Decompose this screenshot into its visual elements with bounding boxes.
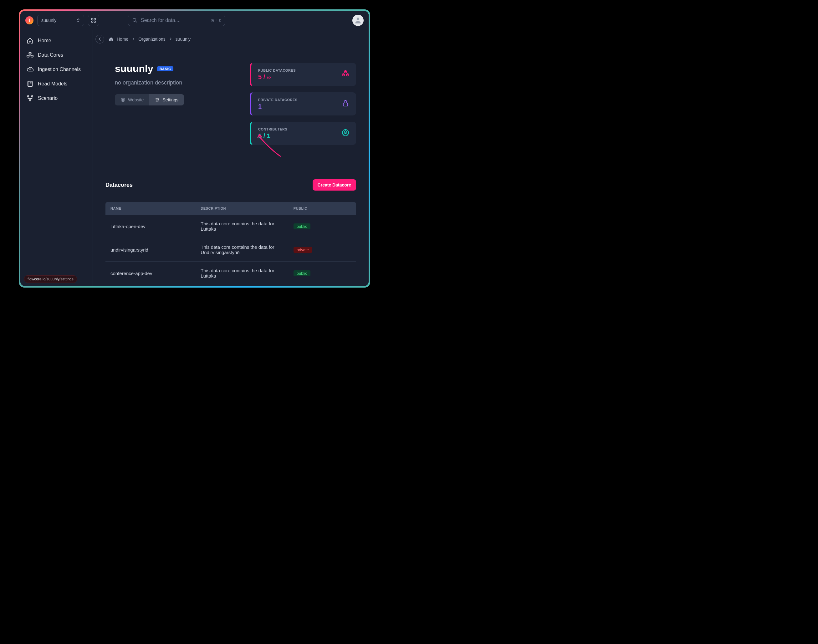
flow-icon [27,95,34,102]
settings-button[interactable]: Settings [149,94,184,106]
crumb-organizations[interactable]: Organizations [138,37,165,41]
svg-point-15 [156,98,157,99]
cubes-icon [27,52,34,58]
svg-rect-3 [94,21,96,23]
topbar: suuunly Search for data.... ⌘ + k [20,11,369,30]
home-icon [109,37,113,41]
sidebar-item-readmodels[interactable]: Read Models [25,77,88,90]
user-circle-icon [342,129,349,138]
org-button-group: Website Settings [115,94,237,106]
user-avatar-icon [354,16,362,25]
sliders-icon [155,97,160,102]
stat-value: 1 / 1 [258,132,287,140]
app-window: suuunly Search for data.... ⌘ + k [19,9,370,288]
body: Home Data Cores Ingestion Channels Read … [20,30,369,286]
search-placeholder: Search for data.... [141,17,181,23]
table-row[interactable]: conference-app-devThis data core contain… [106,262,356,285]
th-public: PUBLIC [288,202,356,215]
plan-badge: BASIC [157,66,174,71]
website-button[interactable]: Website [115,94,149,106]
stat-label: CONTRIBUTERS [258,127,287,131]
datacores-section: Datacores Create Datacore NAME DESCRIPTI… [106,179,356,285]
cloud-upload-icon [27,66,34,73]
th-name: NAME [106,202,196,215]
cell-description: This data core contains the data for Lut… [196,262,288,285]
cell-name: luttaka-open-dev [106,215,196,238]
visibility-badge: private [294,247,312,253]
table-row[interactable]: undirvisingarstyridThis data core contai… [106,238,356,262]
back-button[interactable] [95,35,104,43]
cell-visibility: public [288,262,356,285]
stat-public-datacores: PUBLIC DATACORES 5 / ∞ [250,63,356,86]
datacores-title: Datacores [106,182,133,189]
create-datacore-button[interactable]: Create Datacore [312,179,356,190]
svg-line-5 [135,21,137,22]
visibility-badge: public [294,270,311,276]
apps-grid-button[interactable] [88,15,99,26]
search-input[interactable]: Search for data.... ⌘ + k [128,15,225,26]
breadcrumbs: Home Organizations suuunly [106,30,356,49]
lock-icon [342,100,349,108]
cell-description: This data core contains the data for Lut… [196,215,288,238]
chevron-right-icon [169,37,172,41]
chevron-right-icon [132,37,135,41]
stat-label: PRIVATE DATACORES [258,98,297,102]
datacores-table: NAME DESCRIPTION PUBLIC luttaka-open-dev… [106,202,356,285]
sidebar-item-ingestion[interactable]: Ingestion Channels [25,63,88,76]
sidebar: Home Data Cores Ingestion Channels Read … [20,30,93,286]
sidebar-item-scenario[interactable]: Scenario [25,92,88,105]
svg-point-13 [29,100,31,101]
crumb-current: suuunly [176,37,191,41]
settings-button-label: Settings [162,97,178,102]
org-header: suuunly BASIC no organization descriptio… [106,63,356,145]
grid-icon [91,18,96,23]
stat-value: 5 / ∞ [258,74,296,81]
svg-rect-1 [94,18,96,20]
cell-name: conference-app-dev [106,262,196,285]
org-title: suuunly [115,63,153,75]
website-button-label: Website [128,97,144,102]
stat-label: PUBLIC DATACORES [258,69,296,72]
sidebar-item-label: Data Cores [38,52,63,58]
search-shortcut: ⌘ + k [211,18,221,23]
sidebar-item-datacores[interactable]: Data Cores [25,49,88,61]
org-title-row: suuunly BASIC [115,63,237,75]
crumb-home[interactable]: Home [117,37,128,41]
avatar[interactable] [352,15,364,26]
svg-point-20 [345,131,347,133]
search-icon [132,17,138,23]
svg-point-6 [357,17,360,20]
stat-private-datacores: PRIVATE DATACORES 1 [250,92,356,115]
svg-rect-2 [92,21,93,23]
stat-contributors: CONTRIBUTERS 1 / 1 [250,122,356,145]
globe-icon [121,97,126,102]
org-selector-label: suuunly [41,18,56,23]
sidebar-item-label: Ingestion Channels [38,67,81,72]
app-logo-icon[interactable] [25,16,34,25]
org-description: no organization description [115,80,237,86]
search-wrap: Search for data.... ⌘ + k [128,15,225,26]
sidebar-item-label: Scenario [38,95,58,101]
arrow-left-icon [98,37,102,41]
url-preview-toast: flowcore.io/suuunly/settings [24,275,77,283]
svg-point-11 [27,95,29,97]
stats-panel: PUBLIC DATACORES 5 / ∞ PRIVATE DATACORES… [250,63,356,145]
visibility-badge: public [294,224,311,229]
app-inner: suuunly Search for data.... ⌘ + k [20,11,369,286]
svg-rect-18 [343,103,348,106]
datacores-header: Datacores Create Datacore [106,179,356,195]
org-selector[interactable]: suuunly [37,15,84,26]
cubes-icon [342,70,349,79]
svg-point-17 [157,101,158,102]
cell-visibility: public [288,215,356,238]
cell-name: undirvisingarstyrid [106,238,196,262]
svg-rect-0 [92,18,93,20]
cell-visibility: private [288,238,356,262]
book-icon [27,80,34,87]
table-row[interactable]: luttaka-open-devThis data core contains … [106,215,356,238]
sidebar-item-label: Read Models [38,81,67,87]
home-icon [27,37,34,44]
sidebar-item-home[interactable]: Home [25,34,88,47]
sidebar-item-label: Home [38,38,51,43]
th-description: DESCRIPTION [196,202,288,215]
